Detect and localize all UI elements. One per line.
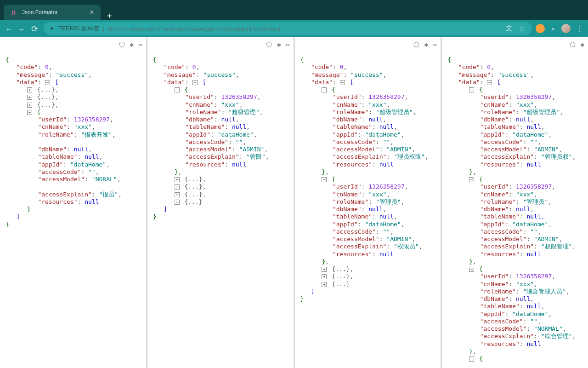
browser-toolbar: ← → ⟳ ✦ TEEMO 新标签 | chrome-extension://n… xyxy=(0,20,588,37)
json-panel-1: ⬠ ✱ ⇔ { "code": 0, "message": "success",… xyxy=(0,37,147,368)
pin-icon[interactable]: ⬠ xyxy=(413,40,419,49)
panel-toolbar: ⬠ ✱ ⇔ xyxy=(266,40,289,49)
tab-favicon-icon: {} xyxy=(10,9,17,16)
menu-icon[interactable]: ⋮ xyxy=(574,24,583,33)
forward-button[interactable]: → xyxy=(17,22,26,35)
toggle-icon[interactable]: − xyxy=(469,87,474,92)
toggle-icon[interactable]: − xyxy=(322,177,327,182)
toggle-icon[interactable]: + xyxy=(322,274,327,279)
json-tree[interactable]: { "code": 0, "message": "success", "data… xyxy=(295,37,441,368)
collapse-all-icon[interactable]: ✱ xyxy=(277,40,281,49)
toggle-icon[interactable]: + xyxy=(175,192,180,197)
collapse-all-icon[interactable]: ✱ xyxy=(580,40,584,49)
collapse-all-icon[interactable]: ✱ xyxy=(424,40,428,49)
url-text: chrome-extension://nimenpblcfmaoogldnmkl… xyxy=(108,25,280,32)
json-tree[interactable]: { "code": 0, "message": "success", "data… xyxy=(442,37,588,368)
json-tree[interactable]: { "code": 0, "message": "success", "data… xyxy=(0,37,146,368)
panel-toolbar: ⬠ ✱ ⇔ xyxy=(119,40,142,49)
panel-toolbar: ⬠ ✱ ⇔ xyxy=(413,40,437,49)
browser-tabs-bar: {} Json Formator × + xyxy=(0,0,588,20)
ext-cat-icon[interactable] xyxy=(536,24,545,33)
divider: | xyxy=(103,25,104,32)
toggle-icon[interactable]: − xyxy=(322,87,327,92)
reload-button[interactable]: ⟳ xyxy=(29,22,40,35)
json-tree[interactable]: { "code": 0, "message": "success", "data… xyxy=(147,37,294,368)
json-panel-3: ⬠ ✱ ⇔ { "code": 0, "message": "success",… xyxy=(295,37,442,368)
toggle-icon[interactable]: − xyxy=(175,87,180,92)
toggle-icon[interactable]: + xyxy=(175,184,180,190)
tab-title: Json Formator xyxy=(22,9,57,16)
collapse-all-icon[interactable]: ✱ xyxy=(130,40,134,49)
expand-icon[interactable]: ⇔ xyxy=(285,40,289,49)
extension-label: TEEMO 新标签 xyxy=(58,24,99,33)
toggle-icon[interactable]: + xyxy=(175,200,180,205)
pin-icon[interactable]: ⬠ xyxy=(266,40,272,49)
toggle-icon[interactable]: − xyxy=(469,267,474,272)
toggle-icon[interactable]: − xyxy=(487,80,492,85)
panel-toolbar: ⬠ ✱ xyxy=(570,40,584,49)
pin-icon[interactable]: ⬠ xyxy=(119,40,125,49)
expand-icon[interactable]: ⇔ xyxy=(433,40,437,49)
toggle-icon[interactable]: − xyxy=(340,80,345,85)
toggle-icon[interactable]: + xyxy=(27,103,32,108)
toggle-icon[interactable]: − xyxy=(192,80,198,85)
address-bar[interactable]: ✦ TEEMO 新标签 | chrome-extension://nimenpb… xyxy=(44,22,532,35)
toggle-icon[interactable]: − xyxy=(469,177,474,182)
translate-icon[interactable]: 文 xyxy=(504,24,514,33)
toggle-icon[interactable]: + xyxy=(322,282,327,287)
toggle-icon[interactable]: + xyxy=(27,87,32,92)
back-button[interactable]: ← xyxy=(5,22,13,35)
toggle-icon[interactable]: − xyxy=(469,356,474,362)
expand-icon[interactable]: ⇔ xyxy=(138,40,142,49)
json-panel-4: ⬠ ✱ { "code": 0, "message": "success", "… xyxy=(442,37,588,368)
toggle-icon[interactable]: + xyxy=(27,95,32,100)
toggle-icon[interactable]: − xyxy=(45,80,50,85)
extension-icon: ✦ xyxy=(49,25,55,32)
toggle-icon[interactable]: + xyxy=(322,267,327,272)
bookmark-star-icon[interactable]: ☆ xyxy=(517,24,526,33)
browser-tab[interactable]: {} Json Formator × xyxy=(4,5,101,20)
extensions-puzzle-icon[interactable]: ✦ xyxy=(548,24,558,33)
profile-avatar-icon[interactable] xyxy=(561,24,571,33)
toggle-icon[interactable]: − xyxy=(27,110,32,115)
pin-icon[interactable]: ⬠ xyxy=(570,40,576,49)
close-icon[interactable]: × xyxy=(90,8,94,17)
json-panel-2: ⬠ ✱ ⇔ { "code": 0, "message": "success",… xyxy=(147,37,295,368)
toggle-icon[interactable]: + xyxy=(175,177,180,182)
json-panels-container: ⬠ ✱ ⇔ { "code": 0, "message": "success",… xyxy=(0,37,588,368)
new-tab-button[interactable]: + xyxy=(101,11,119,20)
